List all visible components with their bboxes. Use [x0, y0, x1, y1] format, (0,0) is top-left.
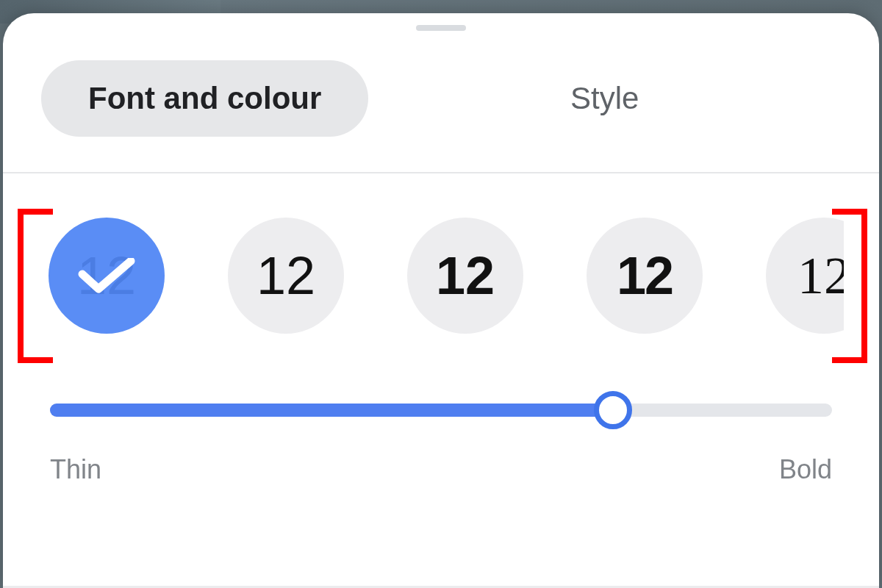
font-sample-label: 12 — [436, 249, 495, 302]
font-sample-label: 12 — [257, 249, 315, 302]
slider-max-label: Bold — [779, 454, 832, 485]
sheet-grabber[interactable] — [416, 25, 466, 31]
font-option-2[interactable]: 12 — [407, 218, 523, 334]
font-options-section: 12 12 12 12 12 — [3, 173, 879, 370]
bottom-sheet: Font and colour Style 12 12 12 12 — [3, 13, 879, 588]
font-option-1[interactable]: 12 — [228, 218, 344, 334]
checkmark-icon — [78, 258, 135, 293]
slider-labels: Thin Bold — [50, 454, 832, 485]
font-sample-label: 12 — [617, 249, 673, 302]
tab-label: Font and colour — [88, 81, 321, 115]
font-options-row[interactable]: 12 12 12 12 12 — [38, 218, 844, 334]
tab-label: Style — [570, 81, 639, 115]
slider-track-fill — [50, 404, 613, 417]
font-option-4[interactable]: 12 — [766, 218, 844, 334]
font-option-3[interactable]: 12 — [587, 218, 703, 334]
tab-font-and-colour[interactable]: Font and colour — [41, 60, 368, 137]
font-option-0[interactable]: 12 — [49, 218, 165, 334]
font-sample-label: 12 — [797, 249, 844, 302]
weight-slider-section: Thin Bold — [3, 370, 879, 485]
weight-slider[interactable] — [50, 392, 832, 428]
highlight-bracket-left — [18, 209, 53, 363]
tab-style[interactable]: Style — [368, 60, 841, 137]
tab-bar: Font and colour Style — [3, 31, 879, 172]
slider-min-label: Thin — [50, 454, 101, 485]
slider-thumb[interactable] — [594, 391, 632, 429]
